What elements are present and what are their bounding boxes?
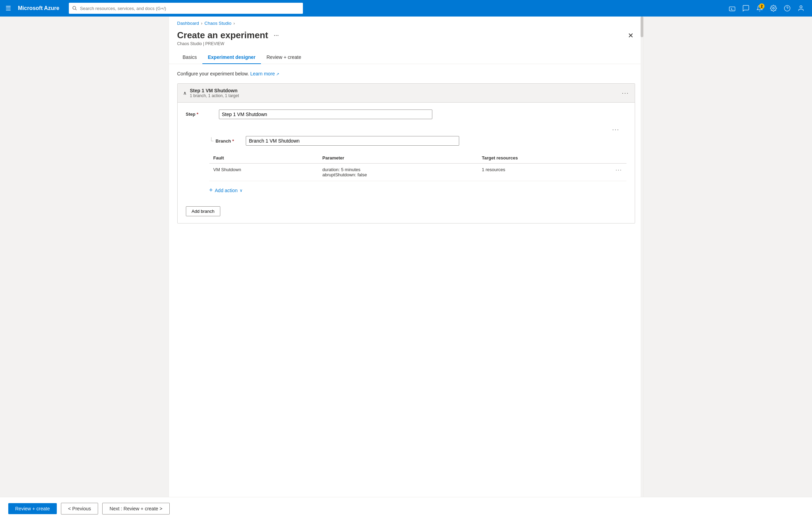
nav-icons: 2: [727, 3, 806, 14]
search-bar[interactable]: [69, 3, 303, 14]
branch-required: *: [232, 138, 234, 144]
add-action-label: Add action: [215, 188, 238, 193]
param-duration: duration: 5 minutes: [323, 167, 474, 172]
svg-point-5: [800, 6, 802, 8]
fault-row-context-menu[interactable]: ···: [615, 167, 622, 173]
close-button[interactable]: ✕: [626, 30, 635, 41]
branch-row: └ Branch *: [209, 136, 626, 146]
fault-table: Fault Parameter Target resources VM Shut…: [209, 153, 626, 181]
step-info: Step 1 VM Shutdown 1 branch, 1 action, 1…: [190, 88, 239, 98]
configure-description: Configure your experiment below. Learn m…: [177, 71, 635, 76]
cloud-shell-icon[interactable]: [727, 3, 738, 14]
breadcrumb-sep-2: ›: [233, 21, 235, 26]
page-title-actions: ···: [272, 32, 280, 39]
step-name-input[interactable]: [219, 110, 432, 119]
tab-basics[interactable]: Basics: [177, 52, 202, 64]
next-button[interactable]: Next : Review + create >: [102, 503, 169, 514]
action-col-header: [611, 153, 626, 164]
tab-review-create[interactable]: Review + create: [261, 52, 307, 64]
svg-rect-2: [729, 7, 735, 11]
external-link-icon: ↗: [276, 72, 279, 76]
svg-point-3: [773, 8, 774, 9]
param-abrupt: abruptShutdown: false: [323, 172, 474, 177]
tab-experiment-designer[interactable]: Experiment designer: [202, 52, 261, 64]
learn-more-link[interactable]: Learn more ↗: [250, 71, 279, 76]
notifications-icon[interactable]: 2: [754, 3, 765, 14]
step-name-row: Step *: [186, 110, 626, 119]
tabs-bar: Basics Experiment designer Review + crea…: [169, 46, 643, 64]
page-subtitle: Chaos Studio | PREVIEW: [177, 41, 280, 46]
branch-l-icon: └: [209, 137, 214, 145]
step-title: Step 1 VM Shutdown: [190, 88, 239, 93]
parameter-col-header: Parameter: [318, 153, 478, 164]
required-indicator: *: [197, 112, 198, 117]
scrollbar-track[interactable]: [641, 17, 643, 520]
feedback-icon[interactable]: [740, 3, 751, 14]
add-action-plus-icon: +: [209, 187, 213, 194]
branch-context-menu-row: ···: [186, 126, 620, 133]
branch-label-area: └ Branch *: [209, 137, 243, 145]
page-title-block: Create an experiment ··· Chaos Studio | …: [177, 30, 280, 46]
step-collapse-chevron[interactable]: ∧: [183, 90, 187, 96]
previous-button[interactable]: < Previous: [61, 503, 98, 514]
add-branch-button[interactable]: Add branch: [186, 206, 221, 216]
hamburger-menu[interactable]: ☰: [6, 4, 11, 12]
branch-name-input[interactable]: [246, 136, 459, 146]
breadcrumb-dashboard[interactable]: Dashboard: [177, 21, 199, 26]
add-action-chevron-icon: ∨: [240, 188, 243, 193]
fault-table-header-row: Fault Parameter Target resources: [209, 153, 626, 164]
fault-table-container: Fault Parameter Target resources VM Shut…: [209, 153, 626, 181]
top-navigation: ☰ Microsoft Azure 2: [0, 0, 812, 17]
page-title: Create an experiment: [177, 30, 268, 41]
notification-count: 2: [759, 3, 764, 9]
main-container: Dashboard › Chaos Studio › Create an exp…: [169, 17, 644, 520]
bottom-bar: Review + create < Previous Next : Review…: [0, 497, 812, 520]
fault-table-body: VM Shutdown duration: 5 minutes abruptSh…: [209, 164, 626, 181]
step-header: ∧ Step 1 VM Shutdown 1 branch, 1 action,…: [178, 84, 635, 103]
table-row: VM Shutdown duration: 5 minutes abruptSh…: [209, 164, 626, 181]
step-label: Step *: [186, 110, 213, 117]
step-meta: 1 branch, 1 action, 1 target: [190, 93, 239, 98]
add-action-row[interactable]: + Add action ∨: [209, 187, 626, 194]
scrollbar-thumb[interactable]: [641, 17, 643, 37]
brand-logo: Microsoft Azure: [18, 5, 59, 11]
fault-col-header: Fault: [209, 153, 318, 164]
svg-point-0: [73, 6, 76, 9]
fault-table-head: Fault Parameter Target resources: [209, 153, 626, 164]
search-icon: [72, 6, 77, 11]
target-col-header: Target resources: [478, 153, 611, 164]
parameter-cell: duration: 5 minutes abruptShutdown: fals…: [318, 164, 478, 181]
step-header-left: ∧ Step 1 VM Shutdown 1 branch, 1 action,…: [183, 88, 239, 98]
fault-name-cell: VM Shutdown: [209, 164, 318, 181]
search-input[interactable]: [80, 6, 299, 11]
branch-label: Branch *: [215, 138, 243, 144]
account-icon[interactable]: [795, 3, 806, 14]
breadcrumb-chaos-studio[interactable]: Chaos Studio: [204, 21, 231, 26]
page-header: Create an experiment ··· Chaos Studio | …: [169, 26, 643, 46]
review-create-button[interactable]: Review + create: [8, 503, 57, 514]
step-context-menu[interactable]: ···: [622, 90, 629, 97]
branch-context-menu[interactable]: ···: [612, 126, 619, 133]
breadcrumb-sep-1: ›: [201, 21, 202, 26]
page-more-button[interactable]: ···: [272, 32, 280, 39]
step-body: Step * ··· └ Branch *: [178, 103, 635, 223]
page-title-row: Create an experiment ···: [177, 30, 280, 41]
svg-line-1: [76, 9, 77, 10]
breadcrumb: Dashboard › Chaos Studio ›: [169, 17, 643, 26]
settings-icon[interactable]: [768, 3, 779, 14]
step-card: ∧ Step 1 VM Shutdown 1 branch, 1 action,…: [177, 83, 635, 223]
fault-row-menu-cell: ···: [611, 164, 626, 181]
target-cell: 1 resources: [478, 164, 611, 181]
add-branch-container: Add branch: [186, 201, 626, 216]
help-icon[interactable]: [782, 3, 793, 14]
svg-point-4: [784, 6, 790, 11]
content-area: Configure your experiment below. Learn m…: [169, 64, 643, 236]
